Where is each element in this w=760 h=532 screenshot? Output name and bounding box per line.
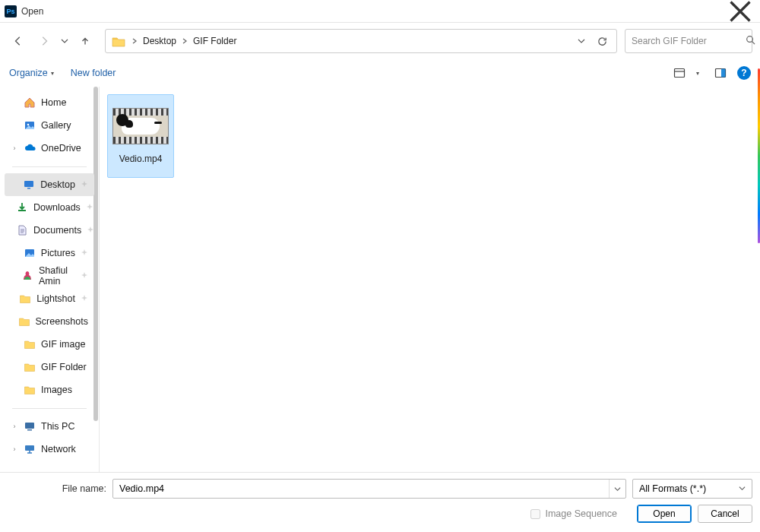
sidebar-item-documents[interactable]: Documents bbox=[5, 219, 94, 242]
sidebar-item-label: Home bbox=[41, 97, 66, 108]
up-button[interactable] bbox=[74, 30, 96, 52]
chevron-right-icon bbox=[128, 38, 141, 44]
sidebar-item-network[interactable]: ›Network bbox=[5, 438, 94, 461]
pin-icon bbox=[86, 202, 93, 213]
svg-rect-11 bbox=[25, 445, 34, 451]
organize-label: Organize bbox=[9, 68, 48, 78]
close-icon bbox=[725, 0, 755, 27]
sidebar-item-label: Desktop bbox=[40, 179, 75, 190]
search-icon bbox=[746, 34, 755, 48]
expand-icon: › bbox=[11, 445, 18, 453]
folder-icon bbox=[112, 36, 125, 47]
pin-icon bbox=[81, 271, 88, 281]
sidebar-item-label: Lightshot bbox=[36, 293, 75, 304]
filename-dropdown[interactable] bbox=[609, 480, 625, 498]
breadcrumb-current[interactable]: GIF Folder bbox=[191, 33, 239, 49]
pin-icon bbox=[81, 248, 88, 258]
recent-locations-dropdown[interactable] bbox=[59, 30, 70, 52]
folder-icon bbox=[18, 315, 30, 328]
folder-icon bbox=[19, 293, 31, 305]
sidebar-item-this-pc[interactable]: ›This PC bbox=[5, 415, 94, 438]
svg-point-5 bbox=[27, 124, 30, 126]
preview-pane-button[interactable] bbox=[711, 64, 730, 82]
app-icon: Ps bbox=[5, 5, 17, 17]
home-icon bbox=[24, 97, 36, 109]
sidebar-item-gif-folder[interactable]: GIF Folder bbox=[5, 356, 94, 378]
filename-input[interactable] bbox=[113, 483, 609, 494]
svg-rect-7 bbox=[27, 188, 30, 189]
sidebar-item-gallery[interactable]: Gallery bbox=[5, 114, 94, 137]
view-layout-caret[interactable]: ▾ bbox=[696, 70, 704, 77]
sidebar-item-label: GIF image bbox=[41, 339, 85, 350]
new-folder-button[interactable]: New folder bbox=[71, 68, 116, 78]
sidebar-item-pictures[interactable]: Pictures bbox=[5, 242, 94, 264]
search-box[interactable] bbox=[625, 29, 752, 53]
svg-rect-3 bbox=[721, 69, 726, 78]
main: HomeGallery›OneDriveDesktopDownloadsDocu… bbox=[0, 87, 760, 472]
file-label: Vedio.mp4 bbox=[119, 154, 163, 164]
refresh-button[interactable] bbox=[591, 30, 613, 52]
cancel-button[interactable]: Cancel bbox=[698, 505, 752, 523]
sidebar: HomeGallery›OneDriveDesktopDownloadsDocu… bbox=[0, 87, 99, 472]
filename-label: File name: bbox=[8, 483, 106, 494]
folder-icon bbox=[24, 361, 36, 373]
network-icon bbox=[24, 443, 36, 455]
address-dropdown[interactable] bbox=[572, 30, 591, 52]
sidebar-item-label: Pictures bbox=[41, 248, 75, 258]
forward-button[interactable] bbox=[33, 30, 55, 52]
preview-pane-icon bbox=[714, 67, 727, 79]
expand-icon: › bbox=[11, 144, 18, 152]
sidebar-item-label: Documents bbox=[33, 225, 81, 236]
sidebar-item-onedrive[interactable]: ›OneDrive bbox=[5, 137, 94, 160]
sidebar-item-downloads[interactable]: Downloads bbox=[5, 196, 94, 219]
desktop-icon bbox=[23, 179, 35, 191]
sidebar-item-shafiul-amin[interactable]: Shafiul Amin bbox=[5, 264, 94, 287]
pin-icon bbox=[87, 225, 94, 236]
svg-point-0 bbox=[747, 36, 753, 43]
sidebar-item-label: Shafiul Amin bbox=[39, 265, 75, 287]
image-sequence-label: Image Sequence bbox=[545, 508, 617, 519]
svg-rect-10 bbox=[27, 429, 32, 431]
sidebar-item-label: Network bbox=[41, 444, 76, 454]
pin-icon bbox=[81, 179, 88, 190]
sidebar-item-gif-image[interactable]: GIF image bbox=[5, 333, 94, 356]
sidebar-item-desktop[interactable]: Desktop bbox=[5, 173, 94, 196]
breadcrumb-desktop[interactable]: Desktop bbox=[141, 33, 179, 49]
organize-menu[interactable]: Organize ▾ bbox=[9, 68, 54, 78]
close-button[interactable] bbox=[725, 0, 755, 23]
sidebar-separator bbox=[5, 160, 94, 173]
address-bar[interactable]: Desktop GIF Folder bbox=[105, 29, 617, 53]
video-thumbnail-icon bbox=[112, 108, 169, 144]
filename-field[interactable] bbox=[112, 479, 626, 499]
sidebar-item-lightshot[interactable]: Lightshot bbox=[5, 287, 94, 310]
sidebar-item-label: Screenshots bbox=[36, 316, 88, 327]
open-button[interactable]: Open bbox=[637, 505, 692, 523]
back-button[interactable] bbox=[8, 30, 29, 52]
gallery-icon bbox=[24, 119, 36, 131]
sidebar-item-home[interactable]: Home bbox=[5, 91, 94, 114]
svg-rect-6 bbox=[24, 181, 33, 187]
view-layout-button[interactable] bbox=[670, 64, 689, 82]
image-sequence-input[interactable] bbox=[530, 509, 540, 519]
window-title: Open bbox=[21, 6, 43, 17]
sidebar-item-screenshots[interactable]: Screenshots bbox=[5, 310, 94, 333]
titlebar: Ps Open bbox=[0, 0, 760, 23]
file-type-filter[interactable]: All Formats (*.*) bbox=[632, 479, 752, 499]
file-tile[interactable]: Vedio.mp4 bbox=[107, 94, 174, 178]
sidebar-item-label: Images bbox=[41, 385, 72, 395]
image-sequence-checkbox[interactable]: Image Sequence bbox=[530, 508, 617, 519]
file-list[interactable]: Vedio.mp4 bbox=[99, 87, 760, 472]
sidebar-item-images[interactable]: Images bbox=[5, 378, 94, 401]
downloads-icon bbox=[16, 201, 28, 214]
search-input[interactable] bbox=[632, 36, 746, 46]
folder-icon bbox=[24, 338, 36, 350]
help-button[interactable]: ? bbox=[737, 66, 751, 80]
svg-rect-9 bbox=[25, 423, 34, 429]
sidebar-separator bbox=[5, 401, 94, 415]
sidebar-item-label: OneDrive bbox=[41, 143, 81, 154]
bottom-panel: File name: All Formats (*.*) Image Seque… bbox=[0, 472, 760, 530]
user-icon bbox=[21, 270, 33, 282]
layout-icon bbox=[673, 67, 686, 79]
documents-icon bbox=[16, 224, 28, 236]
file-type-filter-label: All Formats (*.*) bbox=[639, 483, 706, 494]
